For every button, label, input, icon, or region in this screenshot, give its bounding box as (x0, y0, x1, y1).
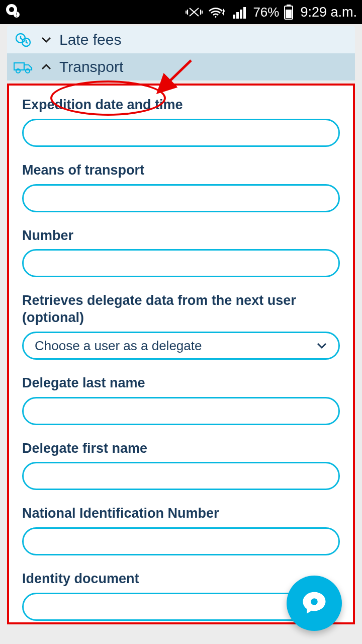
chevron-up-icon (40, 60, 52, 73)
cell-signal-icon (233, 6, 248, 19)
svg-point-1 (9, 7, 14, 12)
nin-input[interactable] (22, 527, 340, 555)
nin-label: National Identification Number (22, 505, 340, 522)
delegate-first-name-input[interactable] (22, 462, 340, 490)
delegate-lookup-select[interactable]: Choose a user as a delegate (22, 332, 340, 360)
late-fees-icon (13, 31, 33, 48)
svg-point-16 (311, 598, 318, 605)
identity-document-label: Identity document (22, 571, 340, 588)
svg-rect-7 (243, 7, 246, 19)
chevron-down-icon (40, 33, 52, 46)
delegate-first-name-label: Delegate first name (22, 440, 340, 457)
accordion-transport[interactable]: Transport (7, 53, 355, 80)
android-status-bar: ! 76% 9:29 a.m. (0, 0, 362, 24)
accordion-transport-label: Transport (59, 58, 123, 75)
accordion-late-fees[interactable]: Late fees (7, 26, 355, 53)
svg-rect-10 (286, 10, 292, 18)
svg-rect-5 (236, 12, 239, 19)
svg-text:!: ! (16, 12, 18, 18)
truck-icon (13, 60, 33, 74)
delegate-lookup-label: Retrieves delegate data from the next us… (22, 292, 340, 327)
vibrate-silent-icon (186, 5, 203, 19)
delegate-last-name-label: Delegate last name (22, 375, 340, 392)
status-clock: 9:29 a.m. (300, 5, 357, 20)
transport-form-panel: Expedition date and time Means of transp… (7, 84, 355, 624)
chat-fab-button[interactable] (287, 576, 342, 631)
battery-icon (284, 5, 293, 20)
svg-rect-4 (233, 15, 235, 19)
svg-rect-6 (240, 10, 242, 19)
number-input[interactable] (22, 249, 340, 277)
app-badge-icon: ! (5, 3, 20, 22)
expedition-date-label: Expedition date and time (22, 97, 340, 114)
expedition-date-input[interactable] (22, 119, 340, 147)
number-label: Number (22, 227, 340, 245)
wifi-icon (208, 6, 228, 19)
delegate-last-name-input[interactable] (22, 397, 340, 425)
means-of-transport-input[interactable] (22, 184, 340, 212)
chat-bubble-icon (301, 589, 328, 618)
accordion-late-fees-label: Late fees (59, 31, 121, 48)
means-of-transport-label: Means of transport (22, 162, 340, 179)
battery-percent: 76% (253, 5, 279, 20)
